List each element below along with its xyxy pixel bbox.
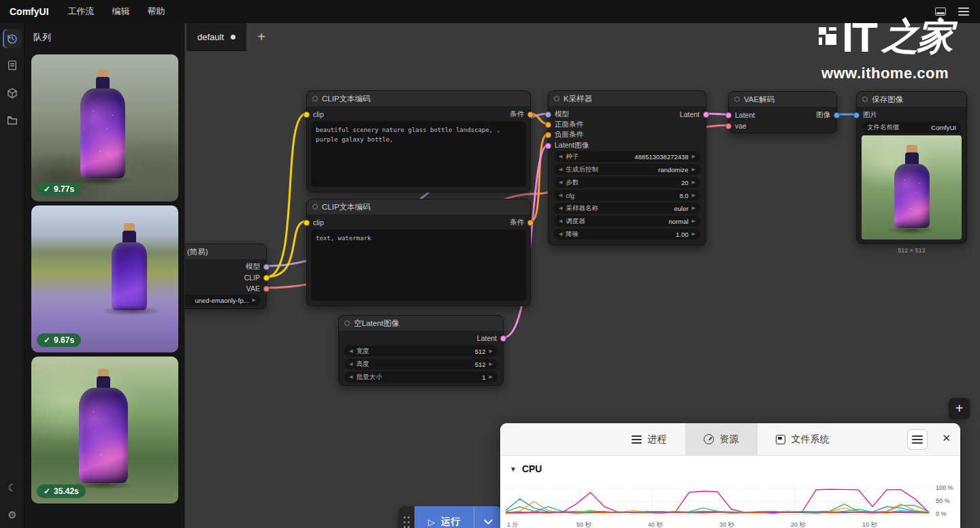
node-header[interactable]: CLIP文本编码 xyxy=(307,91,530,106)
monitor-close-button[interactable]: ✕ xyxy=(942,433,951,443)
queue-result-thumbnail[interactable]: ✓ 9.67s xyxy=(31,205,178,352)
node-title: VAE解码 xyxy=(744,95,774,105)
collapse-dot[interactable] xyxy=(862,97,868,102)
node-clip-text-encode-negative[interactable]: CLIP文本编码 clip 条件 text, watermark xyxy=(306,199,531,306)
model-input-port[interactable] xyxy=(545,112,551,118)
vae-input-port[interactable] xyxy=(725,123,732,129)
collapse-dot[interactable] xyxy=(554,96,559,101)
sidebar-item-queue-history[interactable] xyxy=(3,29,22,48)
node-ksampler[interactable]: K采样器 模型 正面条件 负面条件 Latent图像 Latent ◀种子488… xyxy=(548,90,706,246)
tab-filesystem[interactable]: 文件系统 xyxy=(757,423,848,456)
widget-height[interactable]: ◀高度512▶ xyxy=(344,359,497,369)
image-input-port[interactable] xyxy=(853,112,860,118)
widget-ckpt-name[interactable]: uned-emaonly-fp... ▶ xyxy=(185,295,261,306)
collapse-dot[interactable] xyxy=(734,97,740,102)
latent-input-port[interactable] xyxy=(725,112,732,118)
queue-result-thumbnail[interactable]: ✓ 9.77s xyxy=(31,54,178,201)
galaxy-bottle-image xyxy=(894,145,930,228)
widget-control-after-generate[interactable]: ◀生成后控制randomize▶ xyxy=(554,164,700,175)
model-output-port[interactable] xyxy=(263,264,270,270)
latent-input-port[interactable] xyxy=(545,143,551,149)
status-badge: ✓ 35.42s xyxy=(37,484,86,498)
check-icon: ✓ xyxy=(44,335,50,345)
x-axis-label: 40 秒 xyxy=(648,521,663,528)
sidebar-item-workflows[interactable] xyxy=(3,111,22,130)
widget-seed[interactable]: ◀种子488513038272438▶ xyxy=(554,151,700,162)
latent-output-port[interactable] xyxy=(500,335,506,342)
prompt-textarea[interactable]: beautiful scenery nature glass bottle la… xyxy=(311,121,526,187)
port-label: VAE xyxy=(246,284,260,293)
port-label: 负面条件 xyxy=(555,130,583,139)
port-label: Latent xyxy=(680,110,700,118)
widget-cfg[interactable]: ◀cfg8.0▶ xyxy=(554,190,700,201)
node-checkpoint-loader[interactable]: (简易) 模型 CLIP VAE uned-emaonly-fp... ▶ xyxy=(185,244,267,309)
conditioning-output-port[interactable] xyxy=(527,112,534,118)
tab-resources[interactable]: 资源 xyxy=(685,423,757,456)
positive-input-port[interactable] xyxy=(545,122,551,128)
menu-icon[interactable] xyxy=(958,7,969,16)
clip-output-port[interactable] xyxy=(263,275,270,281)
conditioning-output-port[interactable] xyxy=(527,220,534,226)
arrow-right-icon[interactable]: ▶ xyxy=(252,297,256,303)
canvas-add-button[interactable]: + xyxy=(949,398,970,419)
menu-edit[interactable]: 编辑 xyxy=(112,5,130,18)
widget-batch-size[interactable]: ◀批量大小1▶ xyxy=(344,372,497,382)
sidebar-item-model-library[interactable] xyxy=(3,84,22,103)
collapse-dot[interactable] xyxy=(312,204,318,210)
queue-panel: 队列 ✓ 9.77s ✓ 9.67s xyxy=(24,23,185,528)
prompt-textarea[interactable]: text, watermark xyxy=(311,229,526,301)
moon-icon: ☾ xyxy=(7,482,16,494)
tab-label: 文件系统 xyxy=(791,433,830,446)
node-vae-decode[interactable]: VAE解码 Latent vae 图像 xyxy=(728,91,837,133)
node-header[interactable]: 空Latent图像 xyxy=(339,316,503,331)
node-header[interactable]: 保存图像 xyxy=(857,92,966,107)
node-clip-text-encode-positive[interactable]: CLIP文本编码 clip 条件 beautiful scenery natur… xyxy=(306,90,531,193)
x-axis-label: 50 秒 xyxy=(576,521,591,528)
node-header[interactable]: VAE解码 xyxy=(729,92,836,107)
widget-steps[interactable]: ◀步数20▶ xyxy=(554,177,700,188)
sidebar-item-node-library[interactable] xyxy=(3,56,22,75)
output-image-preview[interactable] xyxy=(862,135,962,240)
clip-input-port[interactable] xyxy=(304,220,310,226)
new-tab-button[interactable]: + xyxy=(252,27,271,46)
widget-filename-prefix[interactable]: 文件名前缀 ComfyUI xyxy=(862,122,961,133)
node-save-image[interactable]: 保存图像 图片 文件名前缀 ComfyUI 512 × 512 xyxy=(856,91,967,244)
menu-help[interactable]: 帮助 xyxy=(148,5,165,18)
node-header[interactable]: K采样器 xyxy=(549,91,706,106)
cpu-section-header[interactable]: ▼ CPU xyxy=(500,456,960,474)
drag-handle[interactable] xyxy=(398,506,414,528)
run-options-button[interactable] xyxy=(474,506,502,528)
vae-output-port[interactable] xyxy=(263,286,270,292)
run-button[interactable]: ▷ 运行 xyxy=(414,506,474,528)
y-axis-label: 100 % xyxy=(936,484,953,491)
queue-result-thumbnail[interactable]: ✓ 35.42s xyxy=(31,357,178,504)
run-control: ▷ 运行 xyxy=(398,506,502,528)
theme-toggle-button[interactable]: ☾ xyxy=(3,478,22,497)
tab-default[interactable]: default xyxy=(186,23,246,51)
negative-input-port[interactable] xyxy=(545,132,551,138)
document-icon xyxy=(6,59,18,71)
port-label: CLIP xyxy=(244,274,260,282)
menu-workflow[interactable]: 工作流 xyxy=(68,5,95,18)
collapse-dot[interactable] xyxy=(312,96,318,101)
app-logo[interactable]: ComfyUI xyxy=(10,6,49,17)
port-label: clip xyxy=(313,110,324,118)
monitor-menu-button[interactable] xyxy=(907,429,928,450)
monitor-tabbar: 进程 资源 文件系统 ✕ xyxy=(500,423,960,456)
widget-scheduler[interactable]: ◀调度器normal▶ xyxy=(554,216,700,227)
clip-input-port[interactable] xyxy=(304,112,310,118)
image-output-port[interactable] xyxy=(834,112,840,118)
node-title: K采样器 xyxy=(564,94,592,104)
tab-processes[interactable]: 进程 xyxy=(613,423,685,456)
widget-sampler-name[interactable]: ◀采样器名称euler▶ xyxy=(554,203,700,214)
check-icon: ✓ xyxy=(44,184,50,194)
collapse-dot[interactable] xyxy=(344,320,350,326)
latent-output-port[interactable] xyxy=(703,112,709,118)
settings-button[interactable]: ⚙ xyxy=(3,506,22,525)
ithome-watermark: IT 之家 www.ithome.com xyxy=(819,18,951,82)
widget-width[interactable]: ◀宽度512▶ xyxy=(344,346,497,357)
widget-denoise[interactable]: ◀降噪1.00▶ xyxy=(554,229,700,240)
node-empty-latent-image[interactable]: 空Latent图像 Latent ◀宽度512▶ ◀高度512▶ ◀批量大小1▶ xyxy=(338,315,504,386)
node-header[interactable]: CLIP文本编码 xyxy=(307,199,530,214)
node-header[interactable]: (简易) xyxy=(185,244,266,259)
